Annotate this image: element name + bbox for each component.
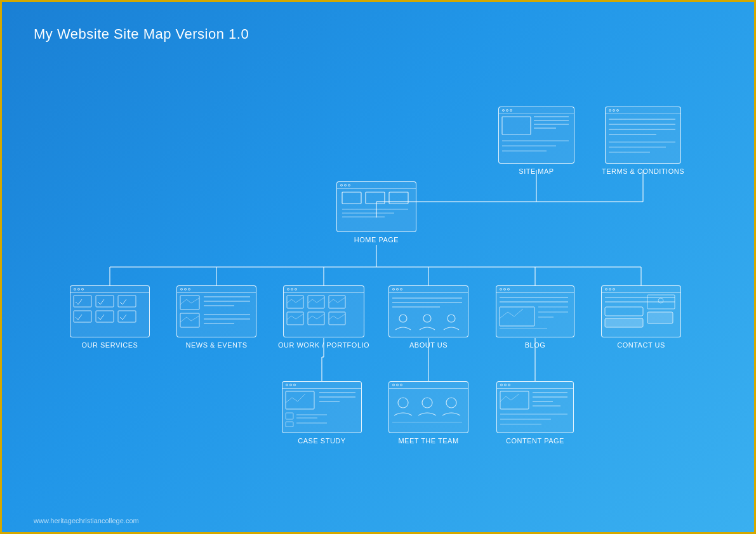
svg-line-94 — [514, 309, 523, 316]
svg-rect-24 — [502, 117, 531, 134]
svg-line-47 — [187, 299, 191, 303]
svg-rect-19 — [366, 192, 385, 204]
svg-point-118 — [398, 398, 408, 408]
svg-rect-101 — [605, 307, 643, 316]
label-ourservices: OUR SERVICES — [82, 341, 138, 349]
svg-line-54 — [187, 317, 191, 321]
label-contentpage: CONTENT PAGE — [506, 437, 564, 445]
label-aboutus: ABOUT US — [409, 341, 448, 349]
node-ourservices: OUR SERVICES — [70, 285, 150, 349]
svg-rect-122 — [500, 391, 529, 409]
svg-line-70 — [338, 297, 345, 303]
svg-line-73 — [291, 316, 296, 319]
svg-point-87 — [423, 315, 431, 322]
svg-rect-52 — [180, 313, 199, 327]
svg-line-108 — [292, 398, 298, 401]
svg-point-86 — [399, 315, 407, 322]
svg-line-64 — [308, 299, 312, 303]
node-blog: BLOG — [496, 285, 574, 349]
svg-line-125 — [511, 394, 519, 400]
svg-rect-43 — [96, 311, 114, 322]
node-terms: TERMS & CONDITIONS — [605, 107, 681, 175]
label-meettheteam: MEET THE TEAM — [398, 437, 458, 445]
svg-line-65 — [312, 299, 317, 303]
svg-rect-44 — [118, 311, 136, 322]
svg-line-92 — [500, 312, 508, 318]
svg-rect-20 — [389, 192, 408, 204]
footer-text: www.heritagechristiancollege.com — [34, 517, 139, 524]
svg-point-88 — [448, 315, 455, 322]
page-title: My Website Site Map Version 1.0 — [34, 26, 249, 42]
label-casestudy: CASE STUDY — [298, 437, 345, 445]
node-homepage: HOME PAGE — [336, 181, 416, 244]
svg-line-93 — [508, 312, 514, 316]
svg-line-76 — [308, 316, 312, 320]
svg-line-74 — [296, 314, 303, 319]
svg-line-53 — [180, 317, 187, 322]
svg-point-119 — [422, 398, 432, 408]
svg-rect-116 — [286, 422, 293, 427]
svg-rect-41 — [118, 296, 136, 307]
svg-line-80 — [329, 316, 333, 320]
node-portfolio: OUR WORK / PORTFOLIO — [283, 285, 364, 349]
svg-line-62 — [296, 297, 303, 303]
label-terms: TERMS & CONDITIONS — [602, 167, 684, 175]
svg-line-72 — [287, 316, 291, 320]
svg-rect-42 — [74, 311, 91, 322]
svg-line-82 — [338, 314, 345, 319]
label-contactus: CONTACT US — [617, 341, 665, 349]
label-portfolio: OUR WORK / PORTFOLIO — [278, 341, 369, 349]
node-newsevents: NEWS & EVENTS — [176, 285, 256, 349]
label-homepage: HOME PAGE — [354, 236, 399, 244]
svg-line-77 — [312, 316, 317, 319]
svg-rect-102 — [605, 318, 643, 327]
node-contentpage: CONTENT PAGE — [496, 381, 574, 445]
node-sitemap: SITE MAP — [498, 107, 574, 175]
svg-rect-39 — [74, 296, 91, 307]
svg-line-46 — [180, 299, 187, 304]
svg-point-120 — [446, 398, 456, 408]
svg-line-66 — [317, 297, 324, 303]
svg-line-69 — [333, 299, 338, 303]
svg-line-78 — [317, 314, 324, 319]
svg-line-55 — [191, 316, 199, 321]
node-contactus: CONTACT US — [601, 285, 681, 349]
svg-line-68 — [329, 299, 333, 303]
svg-rect-103 — [647, 312, 673, 323]
node-aboutus: ABOUT US — [388, 285, 468, 349]
label-newsevents: NEWS & EVENTS — [186, 341, 248, 349]
svg-line-123 — [500, 396, 506, 401]
svg-rect-113 — [286, 413, 293, 419]
svg-line-81 — [333, 316, 338, 319]
label-blog: BLOG — [525, 341, 546, 349]
node-casestudy: CASE STUDY — [282, 381, 362, 445]
svg-rect-45 — [180, 296, 199, 309]
svg-rect-91 — [500, 307, 534, 326]
svg-line-109 — [298, 394, 305, 401]
svg-rect-106 — [286, 391, 314, 409]
svg-line-48 — [191, 298, 199, 303]
svg-rect-18 — [342, 192, 361, 204]
svg-line-61 — [291, 299, 296, 303]
svg-line-107 — [286, 398, 292, 403]
svg-point-105 — [658, 298, 663, 303]
label-sitemap: SITE MAP — [519, 167, 554, 175]
svg-line-124 — [506, 396, 511, 400]
svg-line-60 — [287, 299, 291, 303]
node-meettheteam: MEET THE TEAM — [388, 381, 468, 445]
svg-rect-40 — [96, 296, 114, 307]
